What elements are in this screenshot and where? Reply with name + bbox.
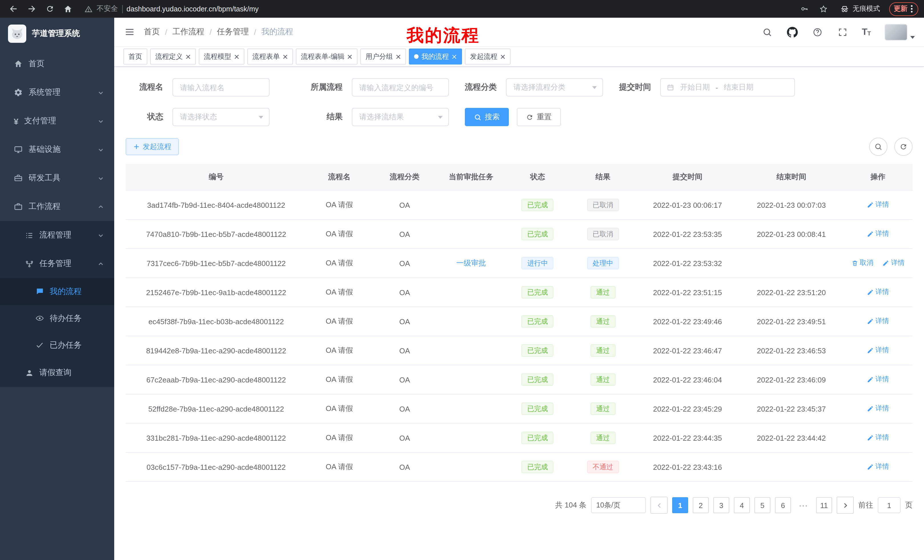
- tab-close-icon[interactable]: [396, 54, 401, 59]
- page-button[interactable]: 2: [693, 497, 709, 513]
- refresh-table-icon[interactable]: [894, 138, 913, 156]
- filter-category: 流程分类 请选择流程分类: [465, 78, 603, 96]
- hide-search-icon[interactable]: [869, 138, 888, 156]
- category-select[interactable]: 请选择流程分类: [506, 78, 603, 96]
- page-button[interactable]: ···: [795, 497, 812, 513]
- process-name-input[interactable]: [172, 78, 270, 96]
- sidebar-item-my-process[interactable]: 我的流程: [0, 278, 114, 305]
- result-badge: 处理中: [587, 257, 619, 270]
- sidebar-item-system-mgmt[interactable]: 系统管理: [0, 78, 114, 107]
- detail-action[interactable]: 详情: [867, 287, 889, 297]
- user-icon: [25, 368, 34, 377]
- breadcrumb-workflow[interactable]: 工作流程: [172, 27, 204, 37]
- prev-page-button[interactable]: [651, 497, 668, 514]
- address-bar[interactable]: 不安全 dashboard.yudao.iocoder.cn/bpm/task/…: [79, 1, 793, 16]
- tab[interactable]: 发起流程: [465, 48, 510, 64]
- breadcrumb: 首页 / 工作流程 / 任务管理 / 我的流程: [144, 27, 293, 37]
- current-task-link[interactable]: 一级审批: [456, 259, 486, 267]
- bookmark-star-icon[interactable]: [816, 1, 831, 16]
- logo-image: [8, 24, 26, 43]
- tab-label: 流程表单-编辑: [301, 52, 344, 61]
- submit-time-range-picker[interactable]: 开始日期 - 结束日期: [660, 78, 795, 96]
- tab[interactable]: 首页: [123, 48, 147, 64]
- reset-button[interactable]: 重置: [517, 108, 561, 126]
- page-button[interactable]: 4: [734, 497, 750, 513]
- sidebar-item-home[interactable]: 首页: [0, 49, 114, 78]
- result-badge: 已取消: [587, 228, 619, 240]
- page-button[interactable]: 6: [775, 497, 791, 513]
- page-size-select[interactable]: 10条/页: [591, 497, 646, 513]
- tab-close-icon[interactable]: [234, 54, 239, 59]
- page-button[interactable]: 3: [713, 497, 729, 513]
- fullscreen-icon[interactable]: [837, 26, 848, 38]
- avatar[interactable]: [885, 24, 908, 40]
- update-button[interactable]: 更新: [889, 2, 918, 16]
- status-select[interactable]: 请选择状态: [172, 108, 270, 126]
- password-key-icon[interactable]: [796, 1, 812, 16]
- status-badge: 已完成: [522, 431, 554, 444]
- detail-action[interactable]: 详情: [867, 375, 889, 385]
- tab[interactable]: 流程定义: [150, 48, 196, 64]
- browser-menu-icon[interactable]: [910, 5, 914, 13]
- search-icon[interactable]: [761, 26, 772, 38]
- help-icon[interactable]: [812, 26, 823, 38]
- pagination-pages: 123456···11: [672, 497, 832, 513]
- page-button[interactable]: 11: [816, 497, 832, 513]
- tab-close-icon[interactable]: [283, 54, 288, 59]
- detail-action[interactable]: 详情: [867, 316, 889, 326]
- cell-submit-time: 2022-01-22 23:44:35: [636, 423, 740, 452]
- sidebar-item-infrastructure[interactable]: 基础设施: [0, 135, 114, 164]
- create-process-button[interactable]: 发起流程: [126, 138, 179, 155]
- breadcrumb-task-mgmt[interactable]: 任务管理: [217, 27, 249, 37]
- next-page-button[interactable]: [837, 497, 854, 514]
- sidebar-item-done-tasks[interactable]: 已办任务: [0, 332, 114, 358]
- cancel-action[interactable]: 取消: [851, 258, 873, 268]
- detail-action-label: 详情: [891, 258, 904, 268]
- detail-action[interactable]: 详情: [867, 404, 889, 413]
- goto-suffix: 页: [905, 500, 913, 511]
- tab-close-icon[interactable]: [500, 54, 506, 59]
- page: 不安全 dashboard.yudao.iocoder.cn/bpm/task/…: [0, 0, 924, 560]
- browser-back-icon[interactable]: [6, 1, 21, 16]
- page-button[interactable]: 1: [672, 497, 688, 513]
- tab[interactable]: 流程表单-编辑: [296, 48, 357, 64]
- sidebar-item-leave-query[interactable]: 请假查询: [0, 358, 114, 387]
- detail-action[interactable]: 详情: [867, 433, 889, 443]
- tab-close-icon[interactable]: [186, 54, 191, 59]
- security-warning-icon: [84, 5, 93, 13]
- process-definition-input[interactable]: [352, 78, 449, 96]
- sidebar-item-workflow[interactable]: 工作流程: [0, 192, 114, 221]
- detail-action[interactable]: 详情: [867, 229, 889, 239]
- sidebar-item-todo-tasks[interactable]: 待办任务: [0, 305, 114, 332]
- result-select[interactable]: 请选择流结果: [352, 108, 449, 126]
- browser-home-icon[interactable]: [60, 1, 75, 16]
- sidebar-item-process-mgmt[interactable]: 流程管理: [0, 221, 114, 250]
- cell-process-name: OA 请假: [307, 190, 372, 220]
- browser-refresh-icon[interactable]: [42, 1, 57, 16]
- sidebar-item-payment-mgmt[interactable]: ¥ 支付管理: [0, 107, 114, 135]
- tab[interactable]: 用户分组: [360, 48, 406, 64]
- font-size-icon[interactable]: TT: [862, 27, 871, 36]
- github-icon[interactable]: [786, 26, 798, 38]
- detail-action[interactable]: 详情: [867, 346, 889, 355]
- cell-current-task: [437, 365, 505, 394]
- tab-close-icon[interactable]: [452, 54, 457, 59]
- sidebar-toggle-icon[interactable]: [123, 26, 136, 38]
- sidebar-item-dev-tools[interactable]: 研发工具: [0, 164, 114, 192]
- tab[interactable]: 流程表单: [247, 48, 293, 64]
- detail-action[interactable]: 详情: [882, 258, 904, 268]
- tab[interactable]: 我的流程: [409, 48, 462, 64]
- search-button[interactable]: 搜索: [465, 108, 509, 126]
- tab-close-icon[interactable]: [347, 54, 352, 59]
- page-button[interactable]: 5: [754, 497, 770, 513]
- detail-action[interactable]: 详情: [867, 462, 889, 472]
- user-menu[interactable]: [885, 24, 915, 40]
- cell-end-time: 2022-01-22 23:45:37: [740, 394, 843, 423]
- sidebar-item-task-mgmt[interactable]: 任务管理: [0, 250, 114, 278]
- breadcrumb-home[interactable]: 首页: [144, 27, 160, 37]
- goto-page-input[interactable]: [878, 497, 901, 513]
- detail-action[interactable]: 详情: [867, 200, 889, 210]
- browser-forward-icon[interactable]: [24, 1, 39, 16]
- tab[interactable]: 流程模型: [199, 48, 244, 64]
- cell-status: 已完成: [505, 452, 570, 482]
